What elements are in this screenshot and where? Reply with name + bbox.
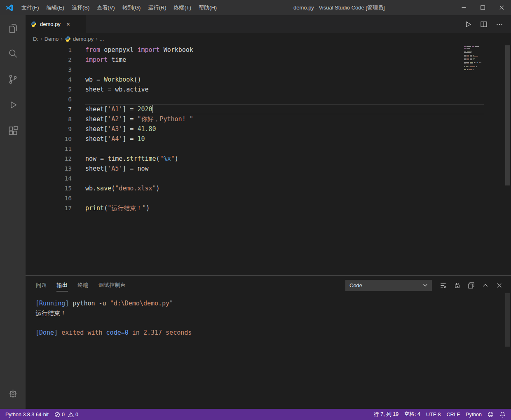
code-line[interactable]: 4wb = Workbook() (26, 75, 511, 84)
tab-label: demo.py (40, 21, 61, 27)
menu-item[interactable]: 终端(T) (170, 0, 195, 15)
status-bar-right: 行 7, 列 19 空格: 4 UTF-8 CRLF Python (371, 409, 509, 420)
code-line[interactable]: 10sheet['A4'] = 10 (26, 134, 511, 144)
notifications-bell-icon[interactable] (497, 409, 509, 420)
indentation-status[interactable]: 空格: 4 (401, 409, 423, 420)
editor-scrollbar[interactable] (505, 45, 510, 185)
minimize-button[interactable] (454, 0, 473, 15)
title-bar: 文件(F)编辑(E)选择(S)查看(V)转到(G)运行(R)终端(T)帮助(H)… (0, 0, 511, 15)
open-output-in-editor-icon[interactable] (466, 280, 476, 291)
output-content: [Running] python -u "d:\Demo\demo.py"运行结… (26, 295, 511, 338)
window-controls (454, 0, 511, 15)
line-number: 12 (26, 154, 85, 164)
line-number: 3 (26, 65, 85, 75)
code-line[interactable]: 5sheet = wb.active (26, 84, 511, 94)
panel-actions (438, 280, 504, 291)
code-line[interactable]: 12now = time.strftime("%x") (26, 154, 511, 164)
line-number: 5 (26, 84, 85, 94)
code-line[interactable]: 11 (26, 144, 511, 154)
output-channel-value: Code (349, 282, 362, 289)
problems-status[interactable]: 0 0 (52, 409, 81, 420)
line-number: 8 (26, 114, 85, 124)
breadcrumb-item[interactable]: D: (33, 36, 38, 42)
code-line[interactable]: 3 (26, 65, 511, 75)
code-line[interactable]: 7sheet['A1'] = 2020 (26, 104, 511, 114)
window-title: demo.py - Visual Studio Code [管理员] (293, 0, 385, 15)
more-actions-button[interactable] (494, 19, 505, 30)
menu-item[interactable]: 选择(S) (68, 0, 93, 15)
minimap[interactable] (464, 46, 504, 71)
code-line[interactable]: 9sheet['A3'] = 41.80 (26, 124, 511, 134)
breadcrumb-item[interactable]: Demo (45, 36, 59, 42)
line-number: 10 (26, 134, 85, 144)
split-editor-button[interactable] (478, 19, 490, 30)
code-lines: 1from openpyxl import Workbook2import ti… (26, 45, 511, 213)
code-line[interactable]: 1from openpyxl import Workbook (26, 45, 511, 55)
search-icon[interactable] (0, 41, 26, 66)
close-button[interactable] (492, 0, 511, 15)
line-number: 7 (26, 104, 85, 114)
python-file-icon (30, 21, 37, 27)
code-line[interactable]: 14 (26, 174, 511, 183)
tab-demo-py[interactable]: demo.py × (26, 15, 86, 33)
source-control-icon[interactable] (0, 66, 26, 92)
breadcrumb-item[interactable]: demo.py (65, 36, 94, 42)
lock-scrolling-icon[interactable] (452, 280, 462, 291)
run-debug-icon[interactable] (0, 92, 26, 117)
vscode-logo-icon (5, 4, 14, 12)
editor-column: demo.py × D:›Demo› demo.py›... 1from ope… (26, 15, 511, 409)
feedback-smiley-icon[interactable] (485, 409, 497, 420)
panel-tab[interactable]: 调试控制台 (98, 280, 127, 291)
menu-item[interactable]: 运行(R) (144, 0, 170, 15)
panel-tabs: 问题输出终端调试控制台 (35, 280, 126, 291)
text-cursor (152, 105, 153, 113)
output-channel-select[interactable]: Code (345, 280, 432, 291)
python-file-icon (65, 36, 71, 42)
menu-item[interactable]: 转到(G) (119, 0, 145, 15)
menu-item[interactable]: 编辑(E) (43, 0, 68, 15)
code-line[interactable]: 2import time (26, 55, 511, 65)
activity-bar (0, 15, 26, 409)
line-number: 16 (26, 193, 85, 203)
eol-status[interactable]: CRLF (443, 409, 463, 420)
line-number: 2 (26, 55, 85, 65)
extensions-icon[interactable] (0, 117, 26, 143)
panel-tab[interactable]: 问题 (35, 280, 47, 291)
breadcrumb-item[interactable]: ... (100, 36, 104, 42)
main-area: demo.py × D:›Demo› demo.py›... 1from ope… (0, 15, 511, 409)
python-interpreter-status[interactable]: Python 3.8.3 64-bit (2, 409, 52, 420)
clear-output-icon[interactable] (438, 280, 448, 291)
encoding-status[interactable]: UTF-8 (423, 409, 443, 420)
output-line: 运行结束！ (35, 309, 511, 319)
cursor-position-status[interactable]: 行 7, 列 19 (371, 409, 401, 420)
chevron-down-icon (423, 284, 428, 287)
line-number: 15 (26, 183, 85, 193)
code-line[interactable]: 6 (26, 94, 511, 104)
code-line[interactable]: 13sheet['A5'] = now (26, 164, 511, 174)
code-line[interactable]: 16 (26, 193, 511, 203)
panel-tab[interactable]: 输出 (56, 280, 68, 291)
panel-tab[interactable]: 终端 (77, 280, 89, 291)
line-number: 6 (26, 94, 85, 104)
code-editor[interactable]: 1from openpyxl import Workbook2import ti… (26, 45, 511, 275)
tab-close-icon[interactable]: × (66, 21, 70, 28)
code-line[interactable]: 8sheet['A2'] = "你好，Python! " (26, 114, 511, 124)
tab-bar: demo.py × (26, 15, 511, 33)
close-panel-icon[interactable] (494, 280, 504, 291)
panel-scrollbar[interactable] (505, 293, 510, 347)
panel-header: 问题输出终端调试控制台 Code (26, 276, 511, 295)
settings-gear-icon[interactable] (0, 381, 26, 406)
code-line[interactable]: 15wb.save("demo.xlsx") (26, 183, 511, 193)
menu-item[interactable]: 帮助(H) (195, 0, 220, 15)
menu-item[interactable]: 文件(F) (18, 0, 43, 15)
language-mode-status[interactable]: Python (463, 409, 485, 420)
menu-item[interactable]: 查看(V) (93, 0, 118, 15)
maximize-panel-icon[interactable] (480, 280, 490, 291)
code-line[interactable]: 17print("运行结束！") (26, 203, 511, 213)
breadcrumb-separator-icon: › (61, 35, 63, 42)
maximize-button[interactable] (473, 0, 492, 15)
explorer-icon[interactable] (0, 15, 26, 41)
run-file-button[interactable] (462, 19, 474, 30)
error-icon (54, 412, 60, 418)
output-line (35, 318, 511, 328)
